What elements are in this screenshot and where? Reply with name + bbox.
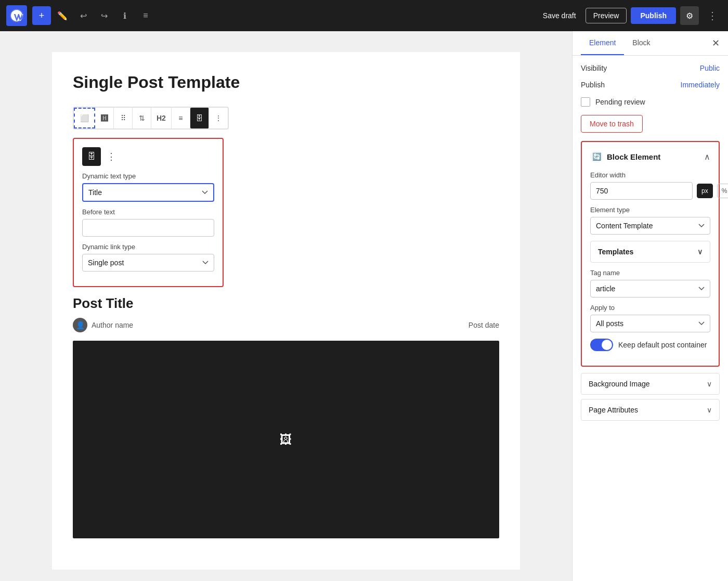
author-avatar: 👤 <box>73 318 87 332</box>
background-image-section: Background Image ∨ <box>581 373 720 395</box>
block-element-section: 🔄 Block Element ∧ Editor width px % Elem… <box>581 141 720 367</box>
save-draft-button[interactable]: Save draft <box>538 8 581 23</box>
author-name: Author name <box>92 321 133 329</box>
background-image-label: Background Image <box>589 380 650 388</box>
pending-review-label: Pending review <box>595 98 645 106</box>
more-block-options-button[interactable]: ⋮ <box>209 108 228 128</box>
dynamic-panel-more-button[interactable]: ⋮ <box>103 148 120 165</box>
sidebar-close-button[interactable]: ✕ <box>712 31 720 55</box>
toggle-knob <box>602 340 612 350</box>
block-element-title: 🔄 Block Element <box>590 150 660 163</box>
heading-icon-button[interactable]: 🅷 <box>95 108 114 128</box>
sidebar-tabs: Element Block ✕ <box>573 31 728 56</box>
image-placeholder-icon: 🖼 <box>280 432 292 447</box>
apply-to-select[interactable]: All posts Single post Category <box>590 315 710 332</box>
pending-review-checkbox[interactable] <box>581 97 590 107</box>
element-type-select[interactable]: Content Template Widget Page <box>590 217 710 235</box>
templates-label: Templates <box>598 248 633 256</box>
editor-width-row: px % <box>590 182 710 200</box>
undo-button[interactable]: ↩ <box>74 6 93 25</box>
post-meta: 👤 Author name Post date <box>73 318 499 332</box>
page-attributes-label: Page Attributes <box>589 406 638 414</box>
visibility-label: Visibility <box>581 64 607 72</box>
before-text-input[interactable] <box>82 219 214 237</box>
dynamic-panel-icon-button[interactable]: 🗄 <box>82 147 101 166</box>
tab-block[interactable]: Block <box>624 31 658 55</box>
background-image-button[interactable]: Background Image ∨ <box>581 373 719 394</box>
templates-accordion: Templates ∨ <box>590 241 710 263</box>
tab-element[interactable]: Element <box>581 31 624 55</box>
templates-chevron-icon: ∨ <box>697 248 703 256</box>
dynamic-text-type-select[interactable]: Title Excerpt Content <box>82 183 214 202</box>
tag-name-select[interactable]: article div section <box>590 280 710 298</box>
visibility-value[interactable]: Public <box>700 64 720 72</box>
keep-default-toggle[interactable] <box>590 339 613 351</box>
dynamic-link-type-select[interactable]: Single post Archive Home <box>82 254 214 272</box>
editor-area: Single Post Template ⬜ 🅷 ⠿ ⇅ H2 ≡ 🗄 ⋮ 🗄 … <box>0 31 572 581</box>
dynamic-panel: 🗄 ⋮ Dynamic text type Title Excerpt Cont… <box>73 138 224 287</box>
page-attributes-section: Page Attributes ∨ <box>581 399 720 421</box>
drag-handle-button[interactable]: ⠿ <box>114 108 133 128</box>
publish-row: Publish Immediately <box>581 81 720 89</box>
block-element-icon: 🔄 <box>590 150 603 163</box>
publish-value[interactable]: Immediately <box>681 81 720 89</box>
templates-accordion-button[interactable]: Templates ∨ <box>591 241 710 262</box>
dynamic-icon-button[interactable]: 🗄 <box>190 108 209 128</box>
pending-review-row: Pending review <box>581 97 720 107</box>
keep-default-row: Keep default post container <box>590 339 710 351</box>
featured-image: 🖼 <box>73 341 499 538</box>
edit-icon-button[interactable]: ✏️ <box>53 6 72 25</box>
heading-level-select[interactable]: H2 <box>151 108 172 128</box>
page-attributes-button[interactable]: Page Attributes ∨ <box>581 399 719 420</box>
align-button[interactable]: ≡ <box>172 108 190 128</box>
post-date: Post date <box>469 321 499 329</box>
editor-width-input[interactable] <box>590 182 693 200</box>
keep-default-label: Keep default post container <box>618 341 707 349</box>
block-element-header: 🔄 Block Element ∧ <box>590 150 710 163</box>
block-element-title-text: Block Element <box>607 152 660 161</box>
editor-canvas: Single Post Template ⬜ 🅷 ⠿ ⇅ H2 ≡ 🗄 ⋮ 🗄 … <box>52 52 520 570</box>
editor-width-px-button[interactable]: px <box>697 184 713 198</box>
tag-name-label: Tag name <box>590 269 710 277</box>
editor-width-percent-button[interactable]: % <box>717 184 728 198</box>
list-view-button[interactable]: ≡ <box>136 6 155 25</box>
add-block-button[interactable]: + <box>32 6 51 25</box>
more-options-button[interactable]: ⋮ <box>703 6 722 25</box>
page-attributes-chevron-icon: ∨ <box>707 406 712 414</box>
block-toolbar: ⬜ 🅷 ⠿ ⇅ H2 ≡ 🗄 ⋮ <box>73 107 229 130</box>
dynamic-link-type-label: Dynamic link type <box>82 243 214 251</box>
sidebar-body: Visibility Public Publish Immediately Pe… <box>573 56 728 581</box>
select-block-button[interactable]: ⬜ <box>74 108 95 128</box>
visibility-row: Visibility Public <box>581 64 720 72</box>
editor-width-label: Editor width <box>590 171 710 179</box>
redo-button[interactable]: ↪ <box>95 6 113 25</box>
move-to-trash-button[interactable]: Move to trash <box>581 115 643 133</box>
apply-to-label: Apply to <box>590 304 710 312</box>
move-up-down-button[interactable]: ⇅ <box>133 108 151 128</box>
right-sidebar: Element Block ✕ Visibility Public Publis… <box>572 31 728 581</box>
background-image-chevron-icon: ∨ <box>707 380 712 388</box>
page-title: Single Post Template <box>73 73 499 92</box>
publish-button[interactable]: Publish <box>631 7 676 24</box>
settings-button[interactable]: ⚙ <box>680 6 699 25</box>
wp-logo-icon[interactable] <box>6 5 27 26</box>
author-block: 👤 Author name <box>73 318 133 332</box>
element-type-label: Element type <box>590 206 710 214</box>
info-button[interactable]: ℹ <box>115 6 134 25</box>
block-element-toggle-button[interactable]: ∧ <box>704 152 710 162</box>
dynamic-panel-toolbar: 🗄 ⋮ <box>82 147 214 166</box>
topbar: + ✏️ ↩ ↪ ℹ ≡ Save draft Preview Publish … <box>0 0 728 31</box>
before-text-label: Before text <box>82 208 214 216</box>
publish-label: Publish <box>581 81 605 89</box>
dynamic-text-type-label: Dynamic text type <box>82 172 214 180</box>
post-title-block: Post Title <box>73 295 499 312</box>
preview-button[interactable]: Preview <box>586 8 627 23</box>
